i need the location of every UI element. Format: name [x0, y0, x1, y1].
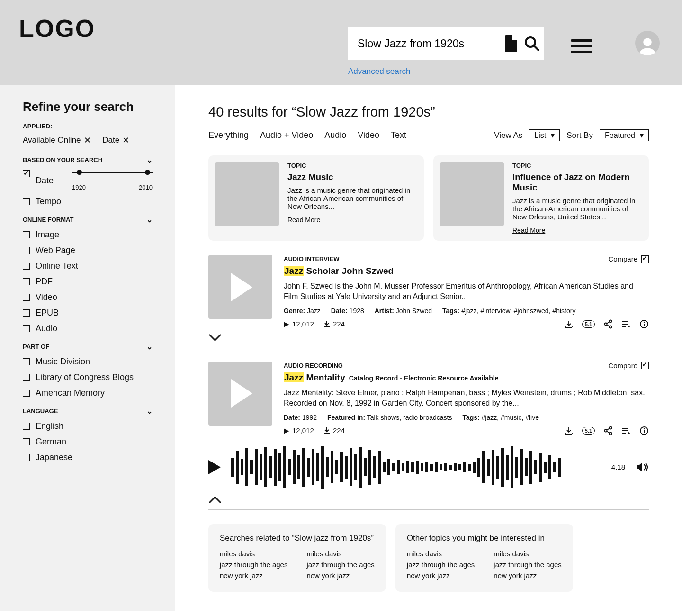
share-icon[interactable]	[603, 319, 613, 329]
result-title[interactable]: Jazz Scholar John Szwed	[284, 266, 649, 276]
expand-toggle[interactable]	[208, 334, 649, 341]
checkbox-icon[interactable]	[23, 309, 30, 317]
checkbox-icon[interactable]	[23, 278, 30, 285]
tab-audio[interactable]: Audio	[324, 130, 346, 140]
related-link[interactable]: miles davis	[220, 550, 287, 558]
facet-language[interactable]: LANGUAGE ⌄	[23, 407, 153, 416]
checkbox-icon[interactable]	[23, 374, 30, 381]
search-icon[interactable]	[518, 36, 539, 51]
download-icon[interactable]	[564, 426, 574, 435]
checkbox-icon[interactable]	[23, 438, 30, 445]
related-link[interactable]: jazz through the ages	[220, 561, 287, 569]
facet-item-label: PDF	[36, 277, 53, 287]
surround-badge[interactable]: 5.1	[582, 320, 595, 328]
facet-format-item[interactable]: Video	[23, 292, 153, 302]
topic-link[interactable]: jazz through the ages	[494, 561, 561, 569]
tab-text[interactable]: Text	[391, 130, 406, 140]
result-thumbnail[interactable]	[208, 255, 272, 319]
topic-link[interactable]: miles davis	[407, 550, 475, 558]
facet-date[interactable]: Date 1920 2010	[23, 170, 153, 191]
topic-card[interactable]: TOPIC Influence of Jazz on Modern Music …	[433, 155, 649, 241]
date-slider[interactable]	[72, 170, 153, 180]
download-icon[interactable]	[564, 319, 574, 329]
checkbox-icon[interactable]	[23, 325, 30, 332]
checkbox-checked-icon[interactable]	[23, 170, 30, 177]
compare-toggle[interactable]: Compare	[608, 362, 649, 370]
search-input[interactable]	[358, 37, 497, 50]
sort-dropdown[interactable]: Featured▾	[600, 129, 649, 141]
tab-everything[interactable]: Everything	[208, 130, 249, 140]
related-link[interactable]: jazz through the ages	[306, 561, 374, 569]
facet-format-item[interactable]: Web Page	[23, 245, 153, 255]
topic-link[interactable]: miles davis	[494, 550, 561, 558]
document-icon[interactable]	[497, 35, 518, 52]
menu-icon[interactable]	[571, 36, 592, 56]
info-icon[interactable]	[639, 426, 649, 435]
checkbox-icon[interactable]	[23, 231, 30, 238]
facet-partof-item[interactable]: Music Division	[23, 357, 153, 367]
applied-chip-label: Date	[102, 136, 119, 145]
volume-icon[interactable]	[636, 462, 649, 473]
facet-based-on-search[interactable]: BASED ON YOUR SEARCH ⌄	[23, 155, 153, 164]
checkbox-icon[interactable]	[23, 358, 30, 365]
avatar[interactable]	[635, 31, 660, 55]
facet-language-item[interactable]: English	[23, 421, 153, 431]
view-as-dropdown[interactable]: List▾	[529, 129, 560, 141]
read-more-link[interactable]: Read More	[512, 226, 545, 234]
facet-tempo[interactable]: Tempo	[23, 197, 153, 207]
svg-marker-25	[628, 432, 630, 435]
logo[interactable]: LOGO	[19, 14, 95, 43]
info-icon[interactable]	[639, 319, 649, 329]
checkbox-icon[interactable]	[23, 423, 30, 430]
advanced-search-link[interactable]: Advanced search	[348, 67, 410, 76]
read-more-link[interactable]: Read More	[287, 216, 320, 224]
related-link[interactable]: new york jazz	[220, 571, 287, 580]
topic-card[interactable]: TOPIC Jazz Music Jazz is a music genre t…	[208, 155, 424, 241]
checkbox-icon[interactable]	[23, 294, 30, 301]
result-thumbnail[interactable]	[208, 362, 272, 426]
facet-format-item[interactable]: Online Text	[23, 261, 153, 271]
tab-video[interactable]: Video	[358, 130, 379, 140]
collapse-toggle[interactable]	[208, 496, 649, 504]
close-icon[interactable]: ✕	[122, 136, 129, 145]
facet-format-item[interactable]: Image	[23, 230, 153, 240]
topic-link[interactable]: new york jazz	[407, 571, 475, 580]
waveform[interactable]	[231, 446, 601, 489]
compare-toggle[interactable]: Compare	[608, 255, 649, 263]
share-icon[interactable]	[603, 426, 613, 435]
facet-partof-item[interactable]: American Memory	[23, 388, 153, 398]
close-icon[interactable]: ✕	[84, 136, 91, 145]
results-heading: 40 results for “Slow Jazz from 1920s”	[208, 104, 649, 120]
facet-format-item[interactable]: Audio	[23, 324, 153, 334]
related-link[interactable]: new york jazz	[306, 571, 374, 580]
applied-chip[interactable]: Date✕	[102, 136, 129, 145]
tab-audio-video[interactable]: Audio + Video	[260, 130, 313, 140]
facet-part-of[interactable]: PART OF ⌄	[23, 342, 153, 351]
checkbox-icon[interactable]	[23, 390, 30, 397]
surround-badge[interactable]: 5.1	[582, 427, 595, 435]
facet-label: ONLINE FORMAT	[23, 216, 73, 223]
checkbox-icon[interactable]	[23, 454, 30, 461]
checkbox-icon[interactable]	[23, 263, 30, 270]
facet-partof-item[interactable]: Library of Congress Blogs	[23, 372, 153, 382]
playlist-add-icon[interactable]	[621, 426, 631, 435]
facet-format-item[interactable]: EPUB	[23, 308, 153, 318]
related-link[interactable]: miles davis	[306, 550, 374, 558]
result-row: AUDIO RECORDING Compare Jazz MentalityCa…	[208, 362, 649, 435]
checkbox-icon[interactable]	[23, 247, 30, 254]
result-title[interactable]: Jazz MentalityCatalog Record - Electroni…	[284, 372, 649, 383]
svg-line-8	[607, 325, 610, 326]
checkbox-icon[interactable]	[23, 198, 30, 205]
topic-link[interactable]: new york jazz	[494, 571, 561, 580]
applied-label: APPLIED:	[23, 123, 153, 130]
play-button[interactable]	[208, 460, 221, 474]
facet-language-item[interactable]: German	[23, 437, 153, 447]
facet-item-label: Music Division	[36, 357, 90, 367]
facet-language-item[interactable]: Japanese	[23, 453, 153, 462]
facet-online-format[interactable]: ONLINE FORMAT ⌄	[23, 215, 153, 224]
applied-chip[interactable]: Available Online✕	[23, 136, 91, 145]
topic-link[interactable]: jazz through the ages	[407, 561, 475, 569]
facet-format-item[interactable]: PDF	[23, 277, 153, 287]
slider-min: 1920	[72, 184, 86, 191]
playlist-add-icon[interactable]	[621, 319, 631, 329]
